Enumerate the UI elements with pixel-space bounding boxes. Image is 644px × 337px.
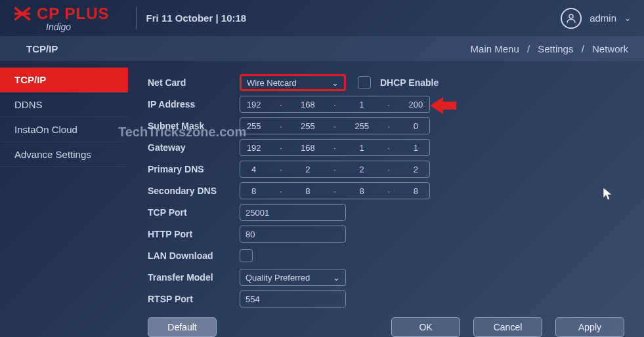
cursor-icon	[603, 187, 614, 205]
page-title: TCP/IP	[26, 43, 58, 54]
subnet-label: Subnet Mask	[148, 121, 240, 131]
datetime-label: Fri 11 October | 10:18	[146, 12, 247, 24]
ip-address-input[interactable]: 192· 168· 1· 200	[240, 96, 430, 113]
ip-label: IP Address	[148, 99, 240, 109]
user-icon[interactable]	[561, 8, 582, 29]
tcpport-label: TCP Port	[148, 207, 240, 218]
sidebar-item-ddns[interactable]: DDNS	[0, 92, 128, 117]
netcard-value: Wire Netcard	[247, 78, 297, 88]
chevron-down-icon[interactable]: ⌄	[624, 14, 631, 23]
person-icon	[565, 12, 577, 24]
default-button[interactable]: Default	[148, 317, 217, 337]
gateway-label: Gateway	[148, 142, 240, 153]
sidebar-item-instaon[interactable]: InstaOn Cloud	[0, 117, 128, 142]
secondary-dns-input[interactable]: 8· 8· 8· 8	[240, 182, 430, 199]
http-port-input[interactable]: 80	[240, 226, 346, 243]
sidebar-item-tcpip[interactable]: TCP/IP	[0, 68, 128, 92]
gateway-input[interactable]: 192· 168· 1· 1	[240, 139, 430, 156]
httpport-label: HTTP Port	[148, 229, 240, 239]
dhcp-checkbox[interactable]	[358, 76, 371, 89]
lan-download-checkbox[interactable]	[240, 249, 253, 262]
tcp-port-input[interactable]: 25001	[240, 204, 346, 221]
primary-dns-input[interactable]: 4· 2· 2· 2	[240, 161, 430, 178]
breadcrumb-main[interactable]: Main Menu	[471, 43, 519, 54]
breadcrumb-network[interactable]: Network	[592, 43, 628, 54]
svg-point-0	[569, 14, 573, 18]
logo-icon	[13, 5, 32, 23]
subnet-input[interactable]: 255· 255· 255· 0	[240, 117, 430, 134]
chevron-down-icon: ⌄	[332, 78, 339, 88]
divider	[136, 7, 137, 30]
dhcp-label: DHCP Enable	[380, 77, 439, 88]
netcard-select[interactable]: Wire Netcard ⌄	[240, 74, 346, 91]
sidebar-item-advance[interactable]: Advance Settings	[0, 142, 128, 167]
rtsp-label: RTSP Port	[148, 294, 240, 304]
logo-subtitle: Indigo	[46, 22, 110, 32]
user-name[interactable]: admin	[590, 12, 616, 24]
lan-label: LAN Download	[148, 250, 240, 261]
transfer-model-select[interactable]: Quality Preferred ⌄	[240, 269, 346, 286]
netcard-label: Net Card	[148, 77, 240, 88]
logo-text: CP PLUS	[37, 5, 110, 23]
chevron-down-icon: ⌄	[333, 273, 340, 283]
sdns-label: Secondary DNS	[148, 186, 240, 196]
sidebar: TCP/IP DDNS InstaOn Cloud Advance Settin…	[0, 61, 128, 337]
apply-button[interactable]: Apply	[555, 317, 624, 337]
pdns-label: Primary DNS	[148, 164, 240, 174]
breadcrumb-settings[interactable]: Settings	[538, 43, 573, 54]
cancel-button[interactable]: Cancel	[473, 317, 542, 337]
breadcrumb: Main Menu / Settings / Network	[468, 43, 631, 54]
ok-button[interactable]: OK	[391, 317, 460, 337]
rtsp-port-input[interactable]: 554	[240, 290, 346, 307]
transfer-label: Transfer Model	[148, 272, 240, 283]
